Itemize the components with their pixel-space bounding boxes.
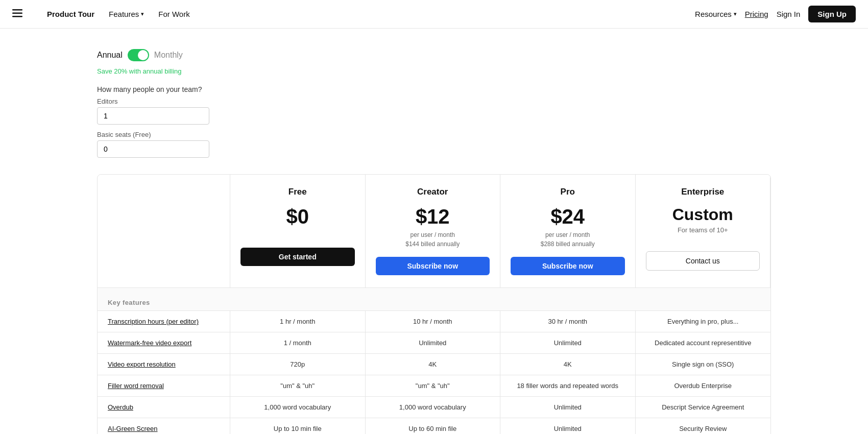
features-section-title: Key features <box>108 299 150 306</box>
features-chevron-icon: ▾ <box>141 11 144 17</box>
features-section-header: Key features <box>98 287 770 310</box>
nav-for-work[interactable]: For Work <box>158 10 189 18</box>
feature-value-2-col-2: 4K <box>366 353 501 375</box>
feature-label-0[interactable]: Transcription hours (per editor) <box>98 310 230 332</box>
subscribe-pro-button[interactable]: Subscribe now <box>511 257 625 275</box>
plan-price-detail-free <box>240 230 355 239</box>
basic-seats-input[interactable] <box>97 140 209 158</box>
feature-value-1-col-3: Unlimited <box>500 332 636 353</box>
resources-chevron-icon: ▾ <box>734 11 737 17</box>
feature-value-0-col-2: 10 hr / month <box>366 310 501 332</box>
monthly-label: Monthly <box>154 51 183 60</box>
feature-value-2-col-1: 720p <box>230 353 366 375</box>
feature-value-4-col-2: 1,000 word vocabulary <box>366 396 501 418</box>
navbar: Product Tour Features ▾ For Work Resourc… <box>0 0 868 29</box>
plan-price-creator: $12 <box>376 205 490 228</box>
get-started-button[interactable]: Get started <box>240 248 355 266</box>
plan-header-creator: Creator $12 per user / month$144 billed … <box>366 175 501 287</box>
left-col-top <box>98 175 230 287</box>
annual-label: Annual <box>97 51 123 60</box>
feature-value-4-col-4: Descript Service Agreement <box>636 396 771 418</box>
feature-value-5-col-3: Unlimited <box>500 418 636 434</box>
feature-value-0-col-4: Everything in pro, plus... <box>636 310 771 332</box>
sign-up-button[interactable]: Sign Up <box>808 6 856 22</box>
nav-right: Resources ▾ Pricing Sign In Sign Up <box>695 6 856 22</box>
plan-for-teams-enterprise: For teams of 10+ <box>646 226 760 234</box>
svg-rect-0 <box>12 9 22 11</box>
plan-header-enterprise: Enterprise Custom For teams of 10+ Conta… <box>636 175 771 287</box>
feature-value-3-col-3: 18 filler words and repeated words <box>500 375 636 396</box>
billing-toggle-switch[interactable] <box>128 49 149 61</box>
feature-label-1[interactable]: Watermark-free video export <box>98 332 230 353</box>
plan-name-pro: Pro <box>511 187 625 197</box>
billing-toggle: Annual Monthly <box>97 49 771 61</box>
nav-features[interactable]: Features ▾ <box>109 10 144 18</box>
team-size-question: How many people on your team? <box>97 85 771 93</box>
feature-value-5-col-1: Up to 10 min file <box>230 418 366 434</box>
feature-value-0-col-1: 1 hr / month <box>230 310 366 332</box>
plan-name-free: Free <box>240 187 355 197</box>
nav-pricing[interactable]: Pricing <box>745 10 768 18</box>
plan-price-free: $0 <box>240 205 355 228</box>
feature-value-1-col-1: 1 / month <box>230 332 366 353</box>
nav-product-tour[interactable]: Product Tour <box>47 10 94 18</box>
feature-value-1-col-4: Dedicated account representitive <box>636 332 771 353</box>
feature-value-4-col-3: Unlimited <box>500 396 636 418</box>
svg-rect-1 <box>12 13 22 14</box>
feature-label-3[interactable]: Filler word removal <box>98 375 230 396</box>
feature-label-2[interactable]: Video export resolution <box>98 353 230 375</box>
nav-sign-in[interactable]: Sign In <box>777 10 801 18</box>
feature-value-4-col-1: 1,000 word vocabulary <box>230 396 366 418</box>
nav-left: Product Tour Features ▾ For Work <box>12 9 695 19</box>
feature-value-5-col-2: Up to 60 min file <box>366 418 501 434</box>
subscribe-creator-button[interactable]: Subscribe now <box>376 257 490 275</box>
plan-header-pro: Pro $24 per user / month$288 billed annu… <box>500 175 636 287</box>
editors-label: Editors <box>97 98 771 105</box>
plan-price-pro: $24 <box>511 205 625 228</box>
team-size-section: How many people on your team? Editors Ba… <box>97 85 771 164</box>
toggle-thumb <box>138 50 148 60</box>
svg-rect-2 <box>12 16 22 17</box>
plan-price-detail-creator: per user / month$144 billed annually <box>376 230 490 249</box>
feature-value-0-col-3: 30 hr / month <box>500 310 636 332</box>
plan-price-enterprise: Custom <box>646 205 760 224</box>
feature-value-3-col-4: Overdub Enterprise <box>636 375 771 396</box>
editors-input[interactable] <box>97 107 209 125</box>
contact-us-button[interactable]: Contact us <box>646 251 760 271</box>
feature-value-2-col-3: 4K <box>500 353 636 375</box>
feature-value-3-col-1: "um" & "uh" <box>230 375 366 396</box>
hamburger-icon[interactable] <box>12 9 22 19</box>
plan-name-enterprise: Enterprise <box>646 187 760 197</box>
feature-value-2-col-4: Single sign on (SSO) <box>636 353 771 375</box>
pricing-container: Annual Monthly Save 20% with annual bill… <box>77 49 791 434</box>
feature-value-1-col-2: Unlimited <box>366 332 501 353</box>
feature-label-5[interactable]: AI-Green Screen <box>98 418 230 434</box>
plan-name-creator: Creator <box>376 187 490 197</box>
feature-label-4[interactable]: Overdub <box>98 396 230 418</box>
nav-resources[interactable]: Resources ▾ <box>695 10 737 18</box>
basic-seats-label: Basic seats (Free) <box>97 131 771 138</box>
plan-price-detail-pro: per user / month$288 billed annually <box>511 230 625 249</box>
pricing-table: Free $0 Get started Creator $12 per user… <box>97 174 771 434</box>
feature-value-3-col-2: "um" & "uh" <box>366 375 501 396</box>
feature-value-5-col-4: Security Review <box>636 418 771 434</box>
save-text: Save 20% with annual billing <box>97 67 771 75</box>
plan-header-free: Free $0 Get started <box>230 175 366 287</box>
